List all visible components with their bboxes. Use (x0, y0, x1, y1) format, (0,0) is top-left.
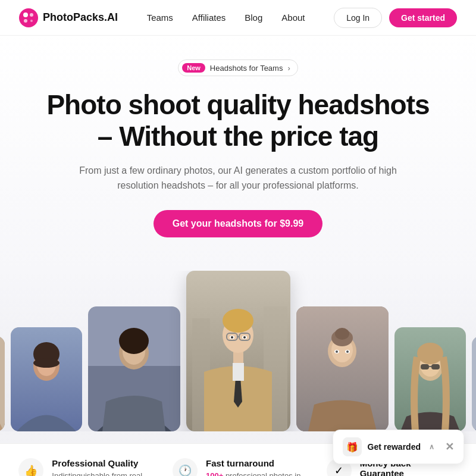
nav-actions: Log In Get started (334, 8, 457, 28)
svg-point-30 (231, 336, 233, 339)
feature-turnaround: 🕐 Fast turnaround 100+ professional phot… (173, 458, 303, 476)
nav-teams[interactable]: Teams (147, 12, 173, 23)
photo-card-2 (11, 327, 82, 431)
svg-rect-4 (0, 336, 5, 431)
badge-banner[interactable]: New Headshots for Teams › (178, 60, 298, 76)
cta-button[interactable]: Get your headshots for $9.99 (154, 210, 323, 237)
feature-turnaround-title: Fast turnaround (206, 458, 303, 468)
quality-icon: 👍 (18, 458, 43, 476)
toast-notification[interactable]: 🎁 Get rewarded ∧ ✕ (333, 430, 464, 464)
logo-text: PhotoPacks.AI (43, 11, 118, 24)
svg-point-41 (346, 350, 349, 353)
svg-rect-46 (421, 364, 429, 369)
login-button[interactable]: Log In (334, 8, 382, 28)
feature-quality-content: Professional Quality Indistinguishable f… (52, 458, 149, 476)
photo-card-center (186, 271, 290, 431)
toast-close-button[interactable]: ✕ (445, 441, 454, 452)
nav-about[interactable]: About (281, 12, 305, 23)
feature-turnaround-desc: 100+ professional photos in 24 hours. (206, 471, 303, 476)
svg-point-27 (223, 309, 253, 333)
photo-carousel (0, 271, 476, 431)
photo-card-6 (394, 327, 466, 431)
highlight-count: 100+ (206, 471, 223, 476)
toast-label: Get rewarded (368, 442, 421, 452)
svg-point-12 (33, 358, 60, 368)
photo-card-3 (88, 306, 180, 431)
hero-title: Photo shoot quality headshots – Without … (12, 89, 464, 152)
feature-quality-desc: Indistinguishable from real photos. (52, 471, 149, 476)
hero-section: New Headshots for Teams › Photo shoot qu… (0, 36, 476, 271)
badge-text: Headshots for Teams (210, 64, 283, 73)
svg-point-31 (243, 336, 246, 339)
photo-card-1 (0, 336, 5, 431)
svg-point-17 (119, 328, 149, 354)
svg-point-2 (24, 19, 27, 23)
nav-blog[interactable]: Blog (245, 12, 262, 23)
feature-quality: 👍 Professional Quality Indistinguishable… (18, 458, 149, 476)
get-started-button[interactable]: Get started (389, 8, 457, 27)
photo-card-7 (472, 336, 477, 431)
nav-links: Teams Affiliates Blog About (147, 12, 305, 23)
feature-quality-title: Professional Quality (52, 458, 149, 468)
badge-new-label: New (182, 63, 205, 73)
svg-point-3 (30, 20, 33, 22)
svg-rect-47 (431, 364, 440, 369)
feature-turnaround-content: Fast turnaround 100+ professional photos… (206, 458, 303, 476)
toast-chevron-icon: ∧ (429, 443, 434, 451)
svg-rect-49 (472, 336, 477, 431)
svg-point-37 (335, 328, 349, 340)
svg-point-1 (30, 13, 33, 17)
svg-point-45 (417, 343, 443, 364)
svg-rect-21 (233, 363, 244, 381)
photo-card-5 (296, 306, 389, 431)
photo-section (0, 271, 476, 443)
badge-arrow-icon: › (287, 64, 290, 73)
logo[interactable]: PhotoPacks.AI (19, 8, 118, 27)
logo-icon (19, 8, 38, 27)
navbar: PhotoPacks.AI Teams Affiliates Blog Abou… (0, 0, 476, 36)
hero-subtitle: From just a few ordinary photos, our AI … (77, 163, 399, 193)
toast-icon: 🎁 (343, 437, 362, 456)
nav-affiliates[interactable]: Affiliates (192, 12, 226, 23)
svg-point-0 (23, 12, 28, 17)
svg-point-40 (336, 350, 338, 353)
turnaround-icon: 🕐 (173, 458, 198, 476)
